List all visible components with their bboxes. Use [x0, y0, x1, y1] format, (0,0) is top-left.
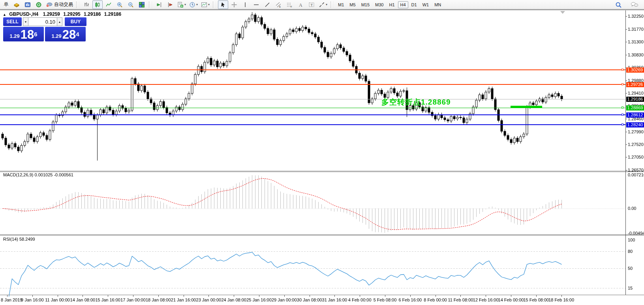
chevron-down-icon: ▾: [208, 3, 210, 6]
sell-price-main: 18: [21, 29, 34, 41]
zoom-in-icon[interactable]: [115, 0, 125, 9]
svg-text:A: A: [299, 2, 302, 7]
chart-window-icon[interactable]: [23, 0, 33, 9]
chart-overlay: 1.322501.317701.313001.308301.303601.298…: [0, 9, 644, 305]
volume-increase-button[interactable]: ▲: [57, 17, 62, 26]
toolbar-separator: [213, 2, 216, 8]
autotrading-label: 自动交易: [54, 1, 73, 8]
auto-scroll-icon[interactable]: [154, 0, 164, 9]
bar-chart-mode-icon[interactable]: [81, 0, 92, 9]
buy-price-main: 28: [62, 29, 76, 41]
autotrading-button[interactable]: 自动交易: [45, 0, 74, 9]
horizontal-line-object[interactable]: [0, 84, 625, 85]
candlestick-mode-icon[interactable]: [92, 0, 103, 9]
community-icon[interactable]: [34, 0, 44, 9]
zoom-out-icon[interactable]: [126, 0, 136, 9]
new-chart-button[interactable]: ▾: [176, 0, 187, 9]
timeframe-h4[interactable]: H4: [398, 1, 408, 8]
price-axis[interactable]: [626, 9, 644, 295]
volume-decrease-button[interactable]: ▼: [23, 17, 28, 26]
periods-button[interactable]: ▾: [188, 0, 199, 9]
buy-quote-button[interactable]: 1.29 28 4: [45, 27, 86, 41]
timeframe-d1[interactable]: D1: [409, 1, 419, 8]
cursor-tool-icon[interactable]: [218, 0, 228, 9]
horizontal-line-tool-icon[interactable]: [251, 0, 261, 9]
new-chart-icon: [177, 2, 184, 8]
line-chart-mode-icon[interactable]: [103, 0, 114, 9]
symbol-period-label: GBPUSD-,H4: [9, 11, 38, 17]
rsi-label: RSI(14) 58.2499: [3, 237, 35, 241]
line-handle[interactable]: [621, 123, 623, 125]
line-handle[interactable]: [621, 114, 623, 116]
sell-button[interactable]: SELL: [3, 17, 22, 26]
toolbar: 单 自动交易: [0, 0, 644, 9]
toolbar-separator: [330, 2, 334, 8]
vertical-line-tool-icon[interactable]: [240, 0, 250, 9]
chat-button[interactable]: [629, 0, 640, 9]
timeframe-mn[interactable]: MN: [432, 1, 443, 8]
time-axis[interactable]: [0, 295, 644, 305]
ohlc-low: 1.29186: [84, 11, 101, 17]
horizontal-line-object[interactable]: [0, 69, 625, 70]
toolbar-separator: [149, 2, 152, 8]
tile-windows-icon[interactable]: [137, 0, 147, 9]
chart-stage: 1.322501.317701.313001.308301.303601.298…: [0, 9, 644, 305]
pivot-annotation-text[interactable]: 多空转折点1.28869: [381, 97, 451, 107]
support-zone-segment[interactable]: [511, 106, 542, 108]
rsi-value: 58.2499: [19, 237, 35, 241]
line-handle[interactable]: [621, 69, 623, 71]
new-order-label: 单: [4, 1, 9, 8]
chat-icon: [631, 2, 638, 8]
sell-price-pip: 6: [34, 27, 37, 42]
volume-input[interactable]: [28, 17, 57, 26]
timeframe-m5[interactable]: M5: [347, 1, 358, 8]
timeframe-w1[interactable]: W1: [420, 1, 432, 8]
ohlc-high: 1.29295: [63, 11, 80, 17]
template-icon: [201, 2, 207, 8]
timeframe-m30[interactable]: M30: [373, 1, 386, 8]
chevron-down-icon: ▾: [326, 3, 327, 6]
buy-price-pip: 4: [76, 27, 79, 42]
chart-shift-icon[interactable]: [165, 0, 175, 9]
timeframe-m1[interactable]: M1: [336, 1, 346, 8]
horizontal-line-object[interactable]: [0, 114, 625, 115]
search-icon: [615, 2, 622, 8]
new-order-button[interactable]: 单: [0, 0, 11, 9]
line-handle[interactable]: [621, 107, 623, 109]
svg-text:T: T: [311, 3, 313, 7]
fibonacci-tool-icon[interactable]: F: [284, 0, 295, 9]
ohlc-open: 1.29259: [43, 11, 60, 17]
chart-ohlc-header: ▲ GBPUSD-,H4 1.29259 1.29295 1.29186 1.2…: [3, 11, 121, 17]
timeframe-m15[interactable]: M15: [359, 1, 372, 8]
horizontal-line-object[interactable]: [0, 124, 625, 125]
chevron-down-icon: ▾: [196, 3, 198, 6]
svg-text:E: E: [279, 5, 281, 7]
chart-shift-marker[interactable]: [560, 11, 565, 14]
macd-label: MACD(12,26,9) 0.001025 -0.000561: [3, 172, 73, 177]
arrows-tool-icon: [319, 2, 325, 8]
sell-price-big: 1.29: [9, 32, 19, 41]
text-tool-icon[interactable]: A: [295, 0, 306, 9]
sell-quote-button[interactable]: 1.29 18 6: [3, 27, 44, 41]
buy-button[interactable]: BUY: [65, 17, 86, 26]
clock-icon: [189, 2, 195, 8]
chevron-down-icon: ▾: [184, 3, 186, 6]
svg-text:F: F: [291, 5, 292, 7]
search-button[interactable]: [613, 0, 623, 9]
current-price-line: [0, 99, 625, 99]
trendline-tool-icon[interactable]: [262, 0, 272, 9]
timeframe-group: M1M5M15M30H1H4D1W1MN: [335, 1, 444, 8]
mt4-window: 单 自动交易: [0, 0, 644, 305]
channel-tool-icon[interactable]: E: [273, 0, 284, 9]
arrows-tool-button[interactable]: ▾: [317, 0, 329, 9]
timeframe-h1[interactable]: H1: [387, 1, 397, 8]
text-label-tool-icon[interactable]: T: [306, 0, 317, 9]
package-icon[interactable]: [11, 0, 22, 9]
crosshair-tool-icon[interactable]: [229, 0, 239, 9]
autotrading-icon: [46, 2, 53, 8]
line-handle[interactable]: [621, 83, 623, 85]
macd-values: 0.001025 -0.000561: [34, 172, 73, 177]
templates-button[interactable]: ▾: [200, 0, 211, 9]
one-click-trading-panel: SELL ▼ ▲ BUY 1.29 18 6 1.29 28 4: [3, 17, 87, 41]
collapse-trade-panel-icon[interactable]: ▲: [3, 13, 6, 17]
